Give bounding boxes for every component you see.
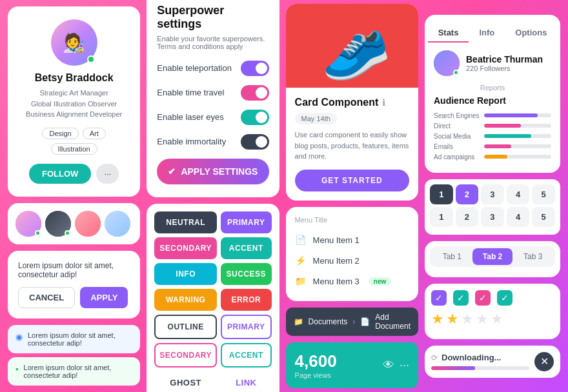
avatar-2[interactable] [45, 211, 71, 237]
more-horizontal-icon[interactable]: ··· [400, 358, 409, 372]
tag-illustration[interactable]: Illustration [51, 143, 97, 155]
superpower-title: Superpower settings [157, 4, 269, 31]
tag-list: Design Art Illustration [18, 128, 130, 155]
star-3[interactable]: ★ [461, 311, 474, 328]
apply-settings-button[interactable]: ✔ APPLY SETTINGS [157, 159, 269, 184]
audience-bars: Search Engines Direct Social Media Email… [434, 112, 551, 161]
tag-art[interactable]: Art [83, 128, 106, 139]
bar-emails: Emails [434, 143, 551, 150]
tab-1[interactable]: Tab 1 [432, 248, 472, 265]
checkbox-pink[interactable]: ✓ [475, 290, 491, 306]
toggle-label-timetravel: Enable time travel [157, 88, 224, 97]
num-btn-4-top[interactable]: 4 [507, 184, 530, 204]
num-btn-5-top[interactable]: 5 [532, 184, 555, 204]
num-btn-5-bottom[interactable]: 5 [532, 207, 555, 227]
toggle-teleportation[interactable] [241, 61, 269, 76]
tag-design[interactable]: Design [42, 128, 78, 139]
star-4[interactable]: ★ [476, 311, 489, 328]
toggle-timetravel[interactable] [241, 85, 269, 101]
get-started-button[interactable]: GET STARTED [295, 170, 409, 191]
num-btn-2-top[interactable]: 2 [456, 184, 479, 204]
tab-stats[interactable]: Stats [428, 24, 469, 43]
close-button[interactable]: ✕ [534, 352, 554, 371]
lightning-icon: ⚡ [295, 255, 307, 267]
num-btn-1-bottom[interactable]: 1 [430, 207, 453, 227]
breadcrumb-separator: › [352, 317, 355, 326]
btn-primary[interactable]: PRIMARY [221, 211, 272, 233]
lorem-text: Lorem ipsum dolor sit amet, consectetur … [18, 261, 130, 279]
btn-warning[interactable]: WARNING [154, 289, 217, 311]
btn-success[interactable]: SUCCESS [221, 263, 272, 285]
num-btn-3-top[interactable]: 3 [481, 184, 504, 204]
toggle-thumb [256, 87, 267, 99]
avatar-3[interactable] [75, 211, 101, 237]
btn-accent-outline[interactable]: ACCENT [221, 343, 272, 368]
btn-secondary-outline[interactable]: SECONDARY [154, 343, 217, 368]
cancel-button[interactable]: CANCEL [18, 287, 75, 308]
download-content: ⟳ Downloading... [431, 353, 529, 370]
eye-icon[interactable]: 👁 [383, 358, 394, 372]
pageviews-card: 4,600 Page views 👁 ··· [286, 342, 418, 388]
buttons-grid: NEUTRAL PRIMARY SECONDARY ACCENT INFO SU… [147, 204, 279, 393]
menu-item-2[interactable]: ⚡ Menu Item 2 [295, 251, 409, 271]
toggle-immortality-row: Enable immortality [157, 134, 269, 150]
info-icon[interactable]: ℹ [382, 97, 385, 108]
stats-card: Stats Info Options Beatrice Thurman 220 … [425, 15, 560, 173]
tab-group: Tab 1 Tab 2 Tab 3 [425, 241, 560, 277]
star-1[interactable]: ★ [431, 311, 444, 328]
badge-new: new [369, 277, 391, 286]
apply-button[interactable]: APPLY [80, 287, 128, 308]
tab-info[interactable]: Info [469, 24, 505, 43]
checks-row: ✓ ✓ ✓ ✓ [431, 290, 554, 306]
add-doc-icon: 📄 [360, 317, 370, 326]
btn-info[interactable]: INFO [154, 263, 217, 285]
info-circle-icon: ◉ [15, 332, 23, 342]
follow-button[interactable]: FOLLOW [29, 164, 91, 184]
btn-outline[interactable]: OUTLINE [154, 315, 217, 339]
folder-icon: 📁 [295, 276, 307, 288]
toggle-label-teleportation: Enable teleportation [157, 63, 232, 73]
alert-blue: ◉ Lorem ipsum dolor sit amet, consectetu… [8, 325, 140, 353]
num-btn-2-bottom[interactable]: 2 [456, 207, 479, 227]
user-avatar [434, 50, 460, 76]
documents-link[interactable]: Documents [309, 317, 348, 326]
tab-options[interactable]: Options [505, 24, 557, 43]
btn-primary-outline[interactable]: PRIMARY [221, 315, 272, 339]
btn-secondary[interactable]: SECONDARY [154, 237, 217, 259]
bar-social-media: Social Media [434, 133, 551, 140]
tab-2[interactable]: Tab 2 [472, 248, 513, 265]
num-btn-4-bottom[interactable]: 4 [507, 207, 530, 227]
more-options-button[interactable]: ··· [96, 164, 119, 184]
menu-item-1[interactable]: 📄 Menu Item 1 [295, 230, 409, 251]
bar-direct: Direct [434, 122, 551, 130]
checkbox-teal-2[interactable]: ✓ [497, 290, 512, 306]
card-title: Card Component [295, 97, 379, 108]
user-followers: 220 Followers [466, 64, 543, 72]
checkbox-teal[interactable]: ✓ [453, 290, 469, 306]
num-btn-1-top[interactable]: 1 [430, 184, 453, 204]
check-square-icon: ▪ [15, 364, 19, 374]
btn-ghost[interactable]: GHOST [154, 371, 217, 393]
btn-link[interactable]: LINK [221, 371, 272, 393]
avatars-row [8, 203, 140, 244]
avatar-4[interactable] [105, 211, 130, 237]
pageviews-number: 4,600 [295, 351, 337, 371]
shoe-image: 👟 [309, 4, 396, 88]
toggle-thumb [256, 136, 267, 148]
num-btn-3-bottom[interactable]: 3 [481, 207, 504, 227]
toggle-lasereyes[interactable] [241, 110, 269, 125]
numbered-grid-top: 1 2 3 4 5 1 2 3 4 5 [425, 179, 560, 235]
toggle-immortality[interactable] [241, 134, 269, 150]
checkbox-purple[interactable]: ✓ [431, 290, 447, 306]
menu-item-3[interactable]: 📁 Menu Item 3 new [295, 271, 409, 292]
star-2[interactable]: ★ [446, 311, 459, 328]
btn-neutral[interactable]: NEUTRAL [154, 211, 217, 233]
docs-bar: 📁 Documents › 📄 Add Document [286, 308, 418, 336]
add-document-link[interactable]: Add Document [375, 313, 411, 331]
star-5[interactable]: ★ [491, 311, 503, 328]
download-card: ⟳ Downloading... ✕ [425, 346, 560, 378]
avatar-1[interactable] [15, 211, 41, 237]
btn-error[interactable]: ERROR [221, 289, 272, 311]
tab-3[interactable]: Tab 3 [512, 248, 553, 265]
btn-accent[interactable]: ACCENT [221, 237, 272, 259]
